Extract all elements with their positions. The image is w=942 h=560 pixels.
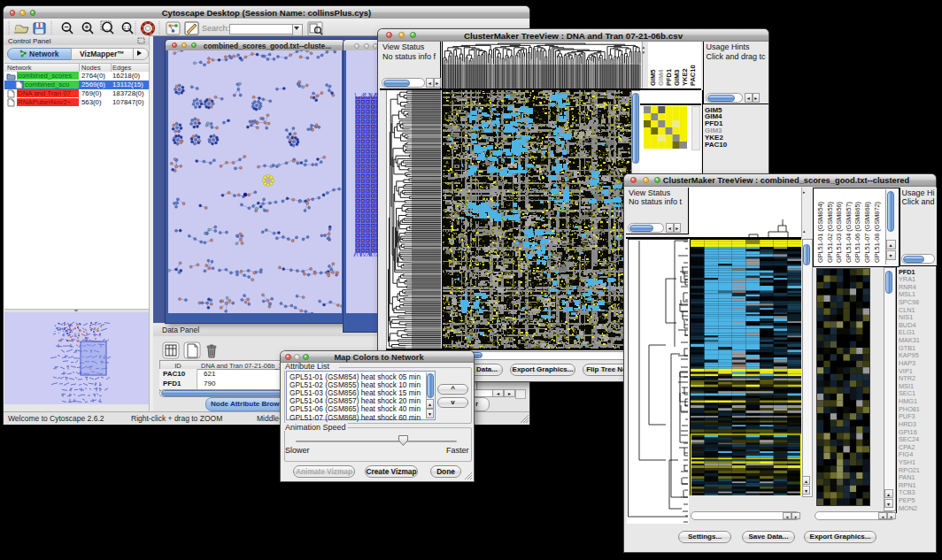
svg-text:1:1: 1:1 <box>124 26 130 30</box>
